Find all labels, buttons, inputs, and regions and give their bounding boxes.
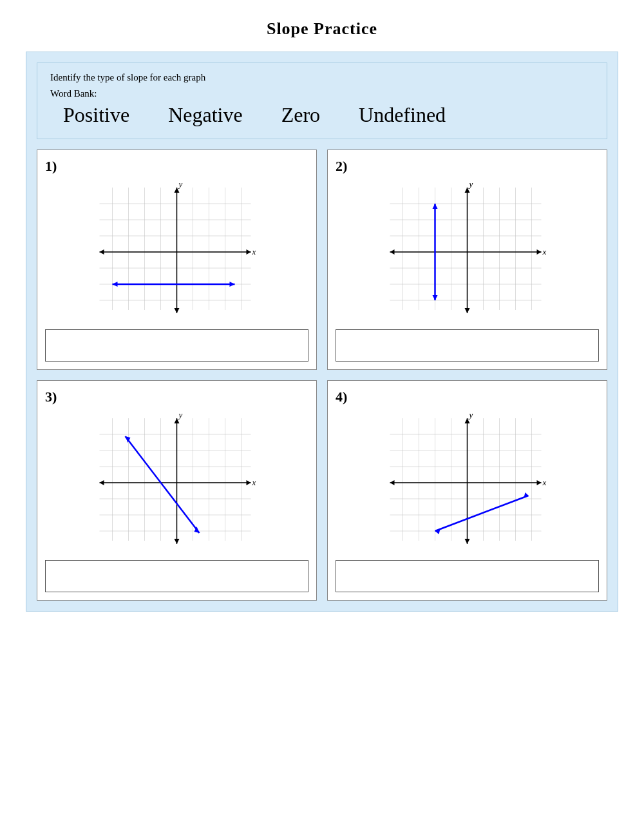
svg-text:y: y: [178, 412, 183, 420]
outer-container: Identify the type of slope for each grap…: [26, 52, 618, 612]
graph-card-2: 2): [327, 150, 607, 370]
svg-marker-25: [230, 282, 235, 287]
instruction-text: Identify the type of slope for each grap…: [50, 72, 594, 83]
word-positive: Positive: [63, 103, 129, 127]
svg-marker-48: [465, 308, 470, 313]
answer-box-3[interactable]: [45, 560, 308, 592]
graph-area-2: x y: [336, 181, 599, 323]
graph-area-1: x y: [45, 181, 308, 323]
svg-marker-46: [390, 249, 395, 255]
svg-marker-21: [175, 308, 180, 313]
svg-line-78: [126, 436, 200, 533]
svg-text:y: y: [468, 412, 473, 420]
graphs-grid: 1): [37, 150, 607, 601]
svg-text:x: x: [252, 247, 256, 256]
graph-card-4: 4): [327, 380, 607, 601]
word-bank-words: Positive Negative Zero Undefined: [50, 103, 594, 127]
svg-marker-100: [390, 480, 395, 485]
graph-card-3: 3): [37, 380, 317, 601]
svg-marker-75: [175, 539, 180, 544]
svg-text:y: y: [468, 181, 473, 189]
answer-box-2[interactable]: [336, 329, 599, 362]
graph-area-4: x y: [336, 412, 599, 554]
svg-line-105: [435, 496, 529, 531]
word-negative: Negative: [168, 103, 243, 127]
page-title: Slope Practice: [267, 19, 377, 39]
word-bank-box: Identify the type of slope for each grap…: [37, 63, 607, 139]
graph-number-3: 3): [45, 389, 308, 405]
graph-area-3: x y: [45, 412, 308, 554]
svg-text:x: x: [542, 247, 547, 256]
word-zero: Zero: [281, 103, 320, 127]
graph-number-1: 1): [45, 158, 308, 175]
answer-box-1[interactable]: [45, 329, 308, 362]
svg-text:y: y: [178, 181, 183, 189]
answer-box-4[interactable]: [336, 560, 599, 592]
word-bank-label: Word Bank:: [50, 88, 594, 99]
word-undefined: Undefined: [359, 103, 446, 127]
svg-marker-18: [247, 249, 251, 255]
svg-marker-26: [113, 282, 118, 287]
graph-number-2: 2): [336, 158, 599, 175]
graph-number-4: 4): [336, 389, 599, 405]
svg-marker-45: [537, 249, 542, 255]
svg-text:x: x: [252, 478, 256, 487]
svg-marker-19: [100, 249, 104, 255]
graph-card-1: 1): [37, 150, 317, 370]
svg-marker-72: [247, 480, 251, 485]
svg-marker-102: [465, 539, 470, 544]
svg-marker-73: [100, 480, 104, 485]
svg-text:x: x: [542, 478, 547, 487]
svg-marker-52: [433, 204, 438, 209]
svg-marker-99: [537, 480, 542, 485]
svg-marker-53: [433, 295, 438, 300]
